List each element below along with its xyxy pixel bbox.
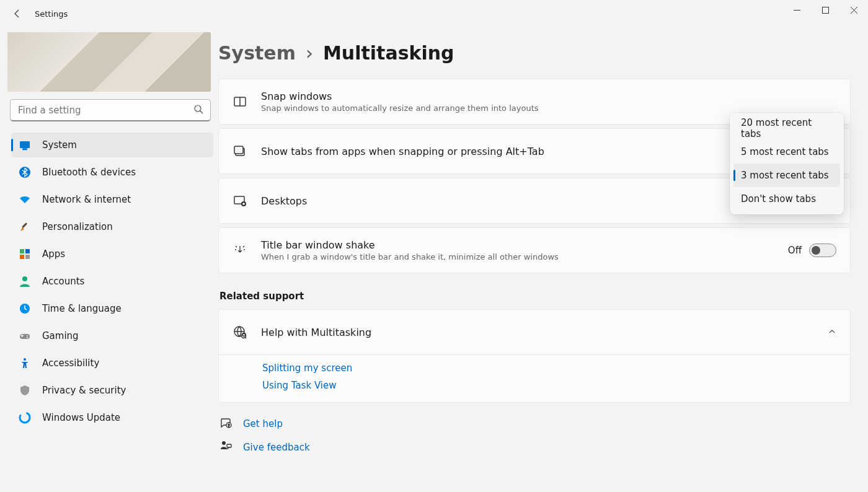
- wifi-icon: [19, 193, 31, 206]
- nav-label: Bluetooth & devices: [42, 167, 136, 178]
- svg-rect-9: [22, 222, 27, 228]
- nav-item-gaming[interactable]: Gaming: [11, 323, 213, 348]
- bluetooth-icon: [19, 166, 31, 178]
- dropdown-option-5[interactable]: 5 most recent tabs: [733, 140, 840, 164]
- chevron-up-icon: [828, 327, 836, 338]
- svg-point-18: [27, 337, 28, 338]
- profile-banner[interactable]: [7, 32, 211, 92]
- title-bar-shake-row: Title bar window shake When I grab a win…: [218, 227, 851, 273]
- svg-point-4: [195, 105, 201, 112]
- svg-rect-11: [25, 249, 30, 253]
- footer-links: ? Get help Give feedback: [218, 416, 851, 455]
- nav-item-apps[interactable]: Apps: [11, 242, 213, 266]
- svg-rect-13: [25, 255, 30, 259]
- nav-item-accessibility[interactable]: Accessibility: [11, 351, 213, 376]
- nav-item-time-language[interactable]: Time & language: [11, 296, 213, 321]
- breadcrumb-current: Multitasking: [323, 42, 454, 64]
- alt-tab-icon: [232, 144, 247, 158]
- nav-label: Privacy & security: [42, 385, 126, 396]
- svg-rect-24: [234, 146, 243, 154]
- nav-list: System Bluetooth & devices Network & int…: [7, 133, 213, 430]
- svg-point-31: [222, 441, 226, 445]
- main-content: System › Multitasking Snap windows Snap …: [218, 27, 868, 492]
- nav-item-privacy[interactable]: Privacy & security: [11, 378, 213, 403]
- svg-text:?: ?: [228, 423, 229, 428]
- nav-item-system[interactable]: System: [11, 133, 213, 157]
- nav-label: Windows Update: [42, 412, 120, 423]
- system-icon: [19, 139, 31, 151]
- close-button[interactable]: [839, 0, 868, 20]
- dropdown-option-3[interactable]: 3 most recent tabs: [733, 164, 840, 187]
- nav-label: Gaming: [42, 330, 79, 341]
- shake-toggle[interactable]: [809, 244, 836, 257]
- get-help-link[interactable]: ? Get help: [219, 416, 851, 431]
- dropdown-option-none[interactable]: Don't show tabs: [733, 187, 840, 211]
- nav-item-bluetooth[interactable]: Bluetooth & devices: [11, 160, 213, 185]
- paintbrush-icon: [19, 221, 31, 233]
- nav-label: Personalization: [42, 221, 113, 232]
- person-icon: [19, 275, 31, 288]
- give-feedback-link[interactable]: Give feedback: [219, 440, 851, 455]
- svg-rect-32: [227, 444, 231, 447]
- maximize-button[interactable]: [811, 0, 839, 20]
- show-tabs-row[interactable]: Show tabs from apps when snapping or pre…: [218, 128, 851, 174]
- apps-icon: [19, 248, 31, 260]
- svg-rect-1: [822, 7, 828, 13]
- get-help-label: Get help: [243, 418, 283, 429]
- dropdown-option-label: 20 most recent tabs: [741, 117, 833, 139]
- search-input[interactable]: [10, 99, 211, 121]
- toggle-knob: [812, 246, 820, 255]
- nav-item-windows-update[interactable]: Windows Update: [11, 405, 213, 430]
- svg-line-5: [200, 111, 203, 113]
- dropdown-option-label: Don't show tabs: [741, 193, 816, 204]
- help-header-row[interactable]: Help with Multitasking: [219, 310, 850, 354]
- globe-help-icon: [232, 325, 247, 339]
- breadcrumb-separator: ›: [306, 42, 313, 64]
- help-links: Splitting my screen Using Task View: [219, 354, 850, 402]
- nav-label: System: [42, 139, 77, 151]
- sidebar: System Bluetooth & devices Network & int…: [0, 27, 218, 492]
- window-controls: [782, 0, 868, 20]
- svg-rect-16: [20, 334, 30, 339]
- svg-rect-6: [20, 141, 30, 148]
- shake-toggle-label: Off: [788, 245, 802, 256]
- svg-rect-7: [23, 149, 27, 150]
- back-button[interactable]: [5, 1, 30, 26]
- shake-sub: When I grab a window's title bar and sha…: [261, 252, 774, 261]
- shake-icon: [232, 244, 247, 257]
- shake-toggle-group: Off: [788, 244, 836, 257]
- nav-label: Time & language: [42, 303, 122, 314]
- search-icon: [193, 104, 203, 116]
- breadcrumb-parent[interactable]: System: [218, 42, 296, 64]
- svg-point-14: [22, 276, 27, 281]
- help-link-splitting[interactable]: Splitting my screen: [262, 362, 836, 374]
- give-feedback-label: Give feedback: [243, 442, 310, 453]
- nav-item-network[interactable]: Network & internet: [11, 187, 213, 212]
- snap-windows-icon: [232, 95, 247, 108]
- window-title: Settings: [35, 9, 68, 19]
- svg-rect-12: [20, 255, 24, 259]
- svg-point-20: [20, 413, 30, 423]
- svg-point-17: [27, 335, 28, 336]
- svg-point-19: [24, 358, 26, 361]
- breadcrumb: System › Multitasking: [218, 42, 851, 64]
- nav-label: Network & internet: [42, 194, 131, 205]
- minimize-icon: [794, 7, 800, 14]
- dropdown-option-20[interactable]: 20 most recent tabs: [733, 116, 840, 140]
- minimize-button[interactable]: [782, 0, 811, 20]
- help-title: Help with Multitasking: [261, 327, 814, 338]
- title-bar: Settings: [0, 0, 868, 27]
- snap-windows-sub: Snap windows to automatically resize and…: [261, 103, 836, 113]
- gamepad-icon: [19, 330, 31, 342]
- desktops-icon: [232, 194, 247, 208]
- nav-item-personalization[interactable]: Personalization: [11, 214, 213, 239]
- shake-title: Title bar window shake: [261, 239, 774, 251]
- help-link-task-view[interactable]: Using Task View: [262, 380, 836, 391]
- snap-windows-title: Snap windows: [261, 90, 836, 102]
- nav-label: Apps: [42, 248, 65, 260]
- close-icon: [851, 7, 857, 14]
- arrow-left-icon: [12, 9, 22, 19]
- help-chat-icon: ?: [219, 416, 232, 431]
- dropdown-option-label: 5 most recent tabs: [741, 146, 829, 157]
- nav-item-accounts[interactable]: Accounts: [11, 269, 213, 294]
